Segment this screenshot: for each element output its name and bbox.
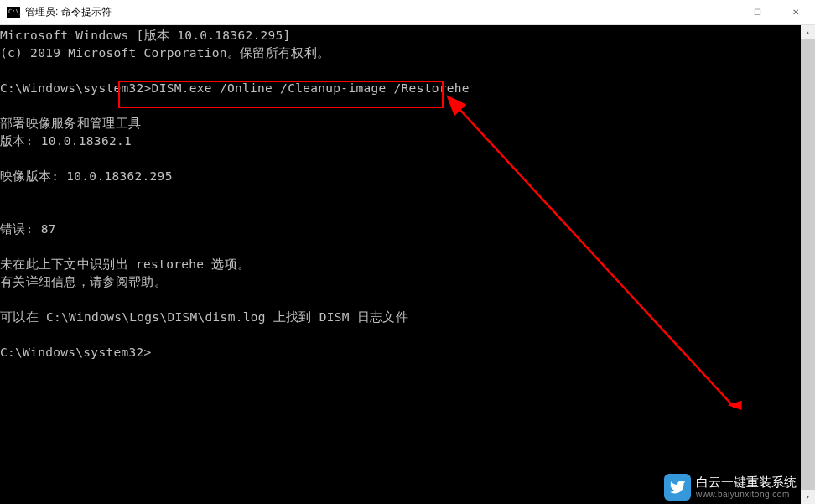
output-line: (c) 2019 Microsoft Corporation。保留所有权利。 xyxy=(0,46,330,60)
output-line: 未在此上下文中识别出 restorehe 选项。 xyxy=(0,257,250,271)
watermark-text: 白云一键重装系统 www.baiyunxitong.com xyxy=(696,475,797,499)
maximize-button[interactable]: ☐ xyxy=(738,0,776,24)
scrollbar-thumb[interactable] xyxy=(801,39,815,490)
watermark: 白云一键重装系统 www.baiyunxitong.com xyxy=(664,474,797,501)
output-line: 映像版本: 10.0.18362.295 xyxy=(0,169,173,183)
prompt-path: C:\Windows\system32> xyxy=(0,346,152,359)
window-titlebar[interactable]: 管理员: 命令提示符 — ☐ ✕ xyxy=(0,0,815,25)
output-error-line: 错误: 87 xyxy=(0,222,56,236)
svg-marker-2 xyxy=(728,396,747,415)
output-line: 有关详细信息，请参阅帮助。 xyxy=(0,275,167,288)
prompt-path: C:\Windows\system32> xyxy=(0,81,152,95)
minimize-button[interactable]: — xyxy=(699,0,738,24)
output-line: 可以在 C:\Windows\Logs\DISM\dism.log 上找到 DI… xyxy=(0,310,408,324)
terminal-area[interactable]: Microsoft Windows [版本 10.0.18362.295] (c… xyxy=(0,25,815,504)
window-controls: — ☐ ✕ xyxy=(699,0,815,24)
scrollbar-up-button[interactable]: ▴ xyxy=(801,25,815,39)
window-title: 管理员: 命令提示符 xyxy=(25,5,699,19)
prompt-command: DISM.exe /Online /Cleanup-image /Restore… xyxy=(152,81,470,95)
cursor xyxy=(152,346,158,359)
scrollbar-down-button[interactable]: ▾ xyxy=(801,490,815,504)
vertical-scrollbar[interactable]: ▴ ▾ xyxy=(801,25,815,504)
terminal-output: Microsoft Windows [版本 10.0.18362.295] (c… xyxy=(0,25,815,361)
output-line: Microsoft Windows [版本 10.0.18362.295] xyxy=(0,29,291,42)
output-line: 部署映像服务和管理工具 xyxy=(0,117,141,130)
output-line: 版本: 10.0.18362.1 xyxy=(0,134,132,148)
watermark-logo-icon xyxy=(664,474,691,501)
close-button[interactable]: ✕ xyxy=(776,0,815,24)
watermark-url: www.baiyunxitong.com xyxy=(696,490,797,499)
cmd-icon xyxy=(7,7,20,18)
watermark-title: 白云一键重装系统 xyxy=(696,475,797,490)
